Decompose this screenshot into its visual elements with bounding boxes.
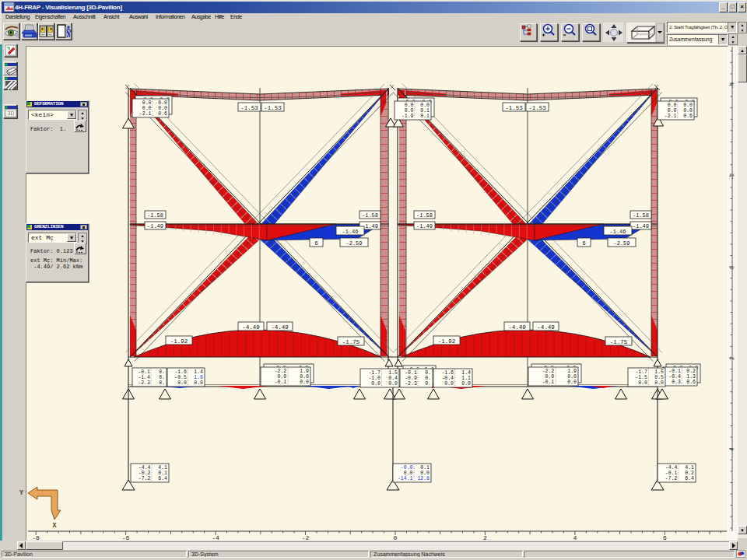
svg-text:0.0: 0.0 (388, 381, 398, 387)
svg-text:-4.49: -4.49 (242, 324, 260, 331)
svg-text:0.6: 0.6 (683, 114, 693, 119)
svg-text:-4.4: -4.4 (139, 465, 151, 471)
svg-text:0.0: 0.0 (420, 103, 430, 108)
svg-text:-2.59: -2.59 (345, 240, 362, 247)
svg-text:0.6: 0.6 (158, 111, 167, 117)
svg-text:-1.53: -1.53 (264, 105, 282, 111)
svg-text:1.1: 1.1 (461, 376, 471, 381)
svg-text:-0.9: -0.9 (405, 376, 417, 381)
svg-text:6.4: 6.4 (158, 476, 167, 481)
svg-text:-1.58: -1.58 (147, 212, 163, 219)
svg-text:-0.1: -0.1 (665, 471, 678, 476)
svg-text:12.8: 12.8 (417, 476, 430, 481)
svg-text:0.0: 0.0 (668, 103, 677, 108)
svg-text:-1.46: -1.46 (609, 229, 626, 235)
svg-text:-1.92: -1.92 (170, 338, 188, 345)
svg-text:0.1: 0.1 (420, 465, 430, 471)
svg-text:-0.1: -0.1 (405, 370, 417, 376)
svg-text:-1.5: -1.5 (635, 375, 647, 380)
svg-text:X: X (52, 522, 57, 530)
svg-text:4: 4 (573, 534, 577, 541)
svg-text:0.0: 0.0 (405, 103, 414, 108)
svg-text:0.0: 0.0 (567, 380, 577, 385)
svg-text:2: 2 (483, 534, 487, 541)
svg-text:-2.1: -2.1 (665, 114, 677, 119)
svg-text:-1.9: -1.9 (402, 114, 414, 119)
svg-text:0.0: 0.0 (545, 374, 555, 380)
svg-text:-1.4: -1.4 (138, 375, 150, 380)
svg-text:-4: -4 (729, 82, 735, 89)
svg-text:-1.75: -1.75 (342, 339, 360, 345)
svg-text:-1.75: -1.75 (610, 339, 628, 345)
svg-text:-0.1: -0.1 (542, 380, 555, 385)
svg-text:-2.3: -2.3 (405, 381, 417, 387)
svg-text:-2.1: -2.1 (139, 111, 152, 117)
svg-text:0: 0 (729, 266, 735, 269)
svg-text:-6: -6 (122, 534, 130, 541)
svg-text:0.0: 0.0 (444, 381, 454, 387)
svg-text:0.0: 0.0 (461, 381, 471, 387)
svg-text:1.9: 1.9 (300, 369, 309, 374)
svg-text:0: 0 (394, 534, 398, 541)
svg-text:0.1: 0.1 (420, 114, 430, 119)
svg-text:-1.53: -1.53 (240, 105, 258, 111)
svg-text:0.3: 0.3 (672, 380, 681, 385)
svg-text:-2.3: -2.3 (138, 380, 150, 386)
svg-text:0.0: 0.0 (194, 380, 203, 386)
svg-text:0.0: 0.0 (668, 108, 677, 114)
svg-text:-1.49: -1.49 (633, 223, 649, 229)
svg-text:0.1: 0.1 (420, 108, 430, 114)
svg-text:-2.2: -2.2 (542, 369, 555, 374)
svg-text:2: 2 (729, 357, 735, 360)
svg-text:-4.4: -4.4 (665, 465, 678, 471)
svg-text:1.9: 1.9 (567, 369, 577, 374)
svg-text:-2: -2 (729, 173, 735, 180)
svg-text:-0.1: -0.1 (275, 380, 287, 385)
svg-text:-1.6: -1.6 (441, 370, 454, 376)
svg-text:0.0: 0.0 (371, 381, 381, 387)
svg-text:-1.49: -1.49 (147, 223, 163, 229)
svg-text:0.0: 0.0 (142, 106, 152, 111)
svg-text:1.4: 1.4 (194, 369, 203, 375)
svg-text:0.6: 0.6 (686, 380, 696, 385)
svg-text:6: 6 (663, 534, 667, 541)
svg-text:6: 6 (582, 240, 585, 247)
svg-text:0.: 0. (159, 375, 165, 380)
svg-text:1.6: 1.6 (194, 375, 203, 380)
svg-text:-1.58: -1.58 (633, 212, 649, 219)
svg-text:1.5: 1.5 (654, 369, 664, 375)
svg-text:0.2: 0.2 (685, 471, 694, 476)
svg-text:-2.2: -2.2 (275, 369, 287, 374)
svg-text:3D: 3D (8, 110, 15, 116)
svg-text:0.0: 0.0 (654, 380, 664, 386)
svg-text:-8: -8 (32, 534, 40, 541)
svg-text:0.: 0. (159, 380, 165, 386)
svg-text:0.0: 0.0 (300, 380, 309, 385)
svg-text:1.5: 1.5 (388, 370, 398, 376)
svg-text:-0.2: -0.2 (139, 471, 151, 476)
svg-text:-14.1: -14.1 (398, 476, 413, 481)
svg-text:-7.2: -7.2 (139, 476, 151, 481)
svg-text:-1.0: -1.0 (368, 376, 381, 381)
svg-text:0.0: 0.0 (278, 374, 287, 380)
svg-text:-4: -4 (212, 534, 219, 541)
svg-text:-1.49: -1.49 (416, 223, 433, 229)
svg-text:-0.1: -0.1 (668, 369, 681, 374)
svg-text:-0.1: -0.1 (138, 369, 150, 375)
svg-text:4.1: 4.1 (685, 465, 694, 471)
svg-text:-7.2: -7.2 (665, 476, 678, 481)
svg-text:-4.49: -4.49 (508, 324, 526, 331)
svg-text:-1.58: -1.58 (416, 212, 433, 219)
svg-text:0.0: 0.0 (300, 374, 309, 380)
svg-text:-1.6: -1.6 (174, 369, 187, 375)
svg-text:0.1: 0.1 (158, 471, 167, 476)
svg-text:-2.59: -2.59 (613, 240, 630, 247)
svg-text:1.3: 1.3 (686, 374, 696, 380)
svg-text:-0.4: -0.4 (441, 376, 454, 381)
svg-text:0.0: 0.0 (177, 380, 187, 386)
svg-text:0.0: 0.0 (405, 108, 414, 114)
svg-text:0.: 0. (159, 369, 165, 375)
svg-text:0.0: 0.0 (683, 108, 693, 114)
svg-text:-0.4: -0.4 (668, 374, 681, 380)
svg-text:0.0: 0.0 (158, 106, 167, 111)
